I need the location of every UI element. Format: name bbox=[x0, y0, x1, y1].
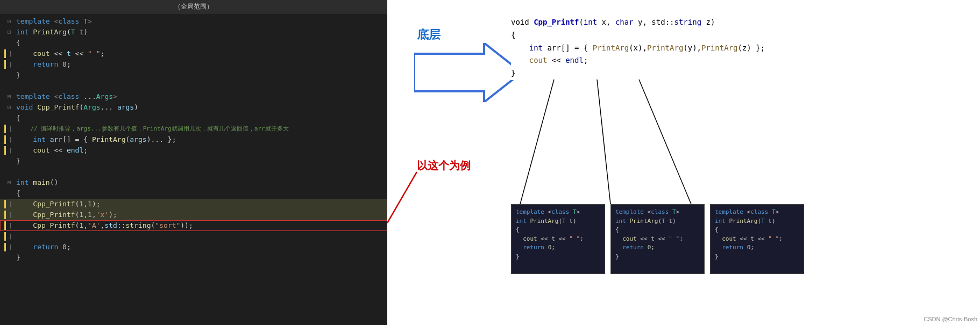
line-gutter: | bbox=[4, 125, 14, 134]
code-line: ⊟ template <class T> bbox=[0, 16, 387, 27]
code-line: ⊟ int PrintArg(T t) bbox=[0, 27, 387, 38]
arrow-container bbox=[414, 43, 522, 104]
arrow-svg bbox=[414, 43, 522, 102]
small-panel-3: template <class T> int PrintArg(T t) { c… bbox=[710, 204, 804, 274]
code-line: | bbox=[0, 231, 387, 242]
code-text: } bbox=[16, 70, 387, 81]
code-text: Cpp_Printf(1,'A',std::string("sort")); bbox=[16, 220, 387, 231]
code-text: return 0; bbox=[16, 242, 387, 252]
right-panel: 底层 以这个为例 void Cpp_Printf(int x, char y, … bbox=[387, 0, 980, 325]
code-text: template <class ...Args> bbox=[16, 91, 387, 102]
csdn-watermark: CSDN @Chris-Bosh bbox=[924, 316, 977, 322]
main-code-line1: void Cpp_Printf(int x, char y, std::stri… bbox=[511, 16, 765, 29]
line-gutter: | bbox=[4, 135, 14, 145]
code-text: void Cpp_Printf(Args... args) bbox=[16, 102, 387, 113]
main-code-box: void Cpp_Printf(int x, char y, std::stri… bbox=[511, 16, 765, 80]
line-gutter: | bbox=[4, 221, 14, 230]
code-text bbox=[16, 167, 387, 177]
code-line-highlighted-2: | Cpp_Printf(1,1,'x'); bbox=[0, 210, 387, 220]
line-gutter: ⊟ bbox=[4, 103, 14, 112]
code-content: ⊟ template <class T> ⊟ int PrintArg(T t)… bbox=[0, 13, 387, 266]
code-line-highlighted-1: | Cpp_Printf(1,1); bbox=[0, 199, 387, 210]
example-label: 以这个为例 bbox=[417, 158, 471, 173]
code-line: } bbox=[0, 252, 387, 263]
line-gutter: | bbox=[4, 232, 14, 241]
code-text: } bbox=[16, 252, 387, 263]
code-text: int PrintArg(T t) bbox=[16, 27, 387, 38]
small-panel-1: template <class T> int PrintArg(T t) { c… bbox=[511, 204, 605, 274]
line-gutter: | bbox=[4, 146, 14, 155]
code-line: | int arr[] = { PrintArg(args)... }; bbox=[0, 134, 387, 145]
code-text bbox=[16, 231, 387, 242]
code-line: | cout << endl; bbox=[0, 145, 387, 156]
code-text: cout << endl; bbox=[16, 145, 387, 156]
code-line: | return 0; bbox=[0, 242, 387, 252]
code-editor: （全局范围） ⊟ template <class T> ⊟ int PrintA… bbox=[0, 0, 387, 325]
title-bar-text: （全局范围） bbox=[174, 3, 213, 10]
svg-marker-0 bbox=[414, 43, 522, 102]
code-line: | return 0; bbox=[0, 59, 387, 70]
code-line bbox=[0, 167, 387, 177]
code-line: } bbox=[0, 70, 387, 81]
code-line: | // 编译时推导，args...参数有几个值，PrintArg就调用几次，就… bbox=[0, 124, 387, 134]
dilayer-label: 底层 bbox=[417, 27, 441, 43]
svg-line-1 bbox=[387, 172, 417, 223]
code-line: } bbox=[0, 156, 387, 167]
code-text: Cpp_Printf(1,1,'x'); bbox=[16, 210, 387, 220]
svg-line-2 bbox=[520, 80, 554, 204]
code-text: Cpp_Printf(1,1); bbox=[16, 199, 387, 210]
code-text: { bbox=[16, 38, 387, 48]
line-gutter: ⊟ bbox=[4, 92, 14, 102]
code-line: ⊟ template <class ...Args> bbox=[0, 91, 387, 102]
line-gutter: ⊟ bbox=[4, 28, 14, 37]
code-text: } bbox=[16, 156, 387, 167]
code-text: cout << t << " "; bbox=[16, 48, 387, 59]
code-text: { bbox=[16, 113, 387, 124]
main-code-line4: cout << endl; bbox=[511, 54, 765, 67]
code-line: | cout << t << " "; bbox=[0, 48, 387, 59]
code-text: return 0; bbox=[16, 59, 387, 70]
code-text: { bbox=[16, 188, 387, 199]
small-panel-2: template <class T> int PrintArg(T t) { c… bbox=[610, 204, 705, 274]
editor-title-bar: （全局范围） bbox=[0, 0, 387, 13]
line-gutter: | bbox=[4, 200, 14, 209]
code-text: int main() bbox=[16, 177, 387, 188]
code-line: { bbox=[0, 38, 387, 48]
code-line bbox=[0, 81, 387, 91]
small-panels: template <class T> int PrintArg(T t) { c… bbox=[511, 204, 804, 274]
code-text bbox=[16, 81, 387, 91]
code-line-red-outlined: | Cpp_Printf(1,'A',std::string("sort")); bbox=[0, 220, 387, 231]
line-gutter: | bbox=[4, 211, 14, 220]
code-line: { bbox=[0, 188, 387, 199]
line-gutter: | bbox=[4, 49, 14, 59]
line-gutter: ⊟ bbox=[4, 17, 14, 26]
code-line: ⊟ void Cpp_Printf(Args... args) bbox=[0, 102, 387, 113]
svg-line-4 bbox=[639, 80, 691, 204]
code-text: int arr[] = { PrintArg(args)... }; bbox=[16, 134, 387, 145]
code-text: // 编译时推导，args...参数有几个值，PrintArg就调用几次，就有几… bbox=[16, 125, 387, 134]
svg-line-3 bbox=[597, 80, 610, 204]
code-line: ⊟ int main() bbox=[0, 177, 387, 188]
line-gutter: ⊟ bbox=[4, 178, 14, 187]
code-text: template <class T> bbox=[16, 16, 387, 27]
main-code-line3: int arr[] = { PrintArg(x),PrintArg(y),Pr… bbox=[511, 42, 765, 55]
code-line: { bbox=[0, 113, 387, 124]
line-gutter: | bbox=[4, 243, 14, 252]
main-code-line2: { bbox=[511, 29, 765, 42]
line-gutter: | bbox=[4, 60, 14, 69]
main-code-line5: } bbox=[511, 67, 765, 80]
